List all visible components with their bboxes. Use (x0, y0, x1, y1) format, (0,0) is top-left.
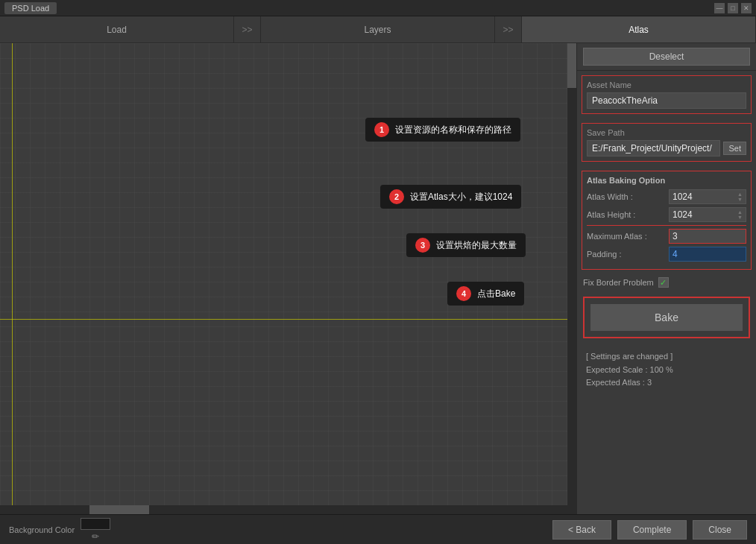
title-bar: PSD Load — □ ✕ (0, 0, 756, 16)
complete-button[interactable]: Complete (617, 520, 687, 540)
tooltip-num-1: 1 (374, 122, 389, 137)
atlas-section-title: Atlas Baking Option (587, 176, 746, 185)
h-guideline (0, 319, 567, 320)
padding-label: Padding : (587, 250, 669, 259)
fix-border-checkbox[interactable]: ✓ (658, 277, 669, 288)
grid-canvas (0, 43, 567, 505)
close-window-button[interactable]: ✕ (741, 3, 752, 13)
tab-load[interactable]: Load (0, 16, 234, 42)
atlas-height-spinner[interactable]: ▲ ▼ (737, 209, 743, 220)
back-button[interactable]: < Back (552, 520, 611, 540)
color-swatch[interactable] (81, 518, 110, 530)
eyedropper-icon[interactable]: ✏ (92, 531, 99, 542)
tooltip-text-4: 点击Bake (477, 288, 515, 300)
scrollbar-corner (567, 505, 576, 514)
settings-line-2: Expected Scale : 100 % (586, 364, 747, 377)
asset-name-label: Asset Name (587, 80, 746, 89)
tab-atlas[interactable]: Atlas (522, 16, 756, 42)
set-button[interactable]: Set (723, 142, 746, 155)
atlas-height-row: Atlas Height : 1024 ▲ ▼ (587, 207, 746, 222)
deselect-area: Deselect (577, 43, 756, 71)
settings-info: [ Settings are changed ] Expected Scale … (577, 344, 756, 396)
maximize-button[interactable]: □ (728, 3, 738, 13)
tooltip-text-1: 设置资源的名称和保存的路径 (395, 124, 511, 136)
asset-name-input[interactable] (587, 92, 746, 109)
max-atlas-input[interactable]: 3 (669, 229, 746, 244)
atlas-width-input[interactable]: 1024 ▲ ▼ (669, 189, 746, 204)
atlas-width-row: Atlas Width : 1024 ▲ ▼ (587, 189, 746, 204)
scrollbar-vertical[interactable] (567, 43, 576, 505)
tooltip-num-2: 2 (389, 189, 404, 204)
max-atlas-label: Maximum Atlas : (587, 232, 669, 241)
tooltip-num-4: 4 (456, 286, 471, 301)
tooltip-1: 1 设置资源的名称和保存的路径 (365, 118, 520, 142)
atlas-width-spinner[interactable]: ▲ ▼ (737, 192, 743, 202)
tab-layers[interactable]: Layers (261, 16, 495, 42)
atlas-width-label: Atlas Width : (587, 192, 669, 201)
fix-border-row: Fix Border Problem ✓ (577, 274, 756, 291)
fix-border-label: Fix Border Problem (583, 278, 654, 287)
minimize-button[interactable]: — (714, 3, 725, 13)
scrollbar-h-thumb[interactable] (89, 505, 149, 514)
canvas-area: 1 设置资源的名称和保存的路径 2 设置Atlas大小，建议1024 3 设置烘… (0, 43, 577, 514)
deselect-button[interactable]: Deselect (583, 48, 750, 66)
atlas-baking-section: Atlas Baking Option Atlas Width : 1024 ▲… (582, 171, 752, 270)
tooltip-4: 4 点击Bake (447, 282, 524, 306)
bg-color-label: Background Color (9, 525, 75, 534)
bottom-buttons: < Back Complete Close (552, 520, 747, 540)
atlas-height-label: Atlas Height : (587, 210, 669, 219)
close-button[interactable]: Close (693, 520, 747, 540)
save-path-label: Save Path (587, 128, 746, 137)
tooltip-text-2: 设置Atlas大小，建议1024 (410, 191, 512, 203)
app-title: PSD Load (4, 2, 57, 14)
bg-color-section: Background Color ✏ (9, 518, 110, 542)
save-path-input[interactable] (587, 140, 720, 156)
arrow-2: >> (495, 16, 522, 42)
right-panel: Deselect Asset Name Save Path Set Atlas … (577, 43, 756, 514)
max-atlas-row: Maximum Atlas : 3 (587, 225, 746, 244)
save-path-section: Save Path Set (582, 123, 752, 162)
settings-line-1: [ Settings are changed ] (586, 350, 747, 364)
arrow-1: >> (234, 16, 261, 42)
asset-name-section: Asset Name (582, 75, 752, 114)
v-guideline (12, 43, 13, 505)
padding-input[interactable]: 4 (669, 247, 746, 262)
tooltip-num-3: 3 (415, 238, 430, 253)
tooltip-text-3: 设置烘焙的最大数量 (436, 239, 517, 252)
bottom-bar: Background Color ✏ < Back Complete Close (0, 514, 756, 544)
bake-button-wrap: Bake (583, 297, 750, 338)
tooltip-3: 3 设置烘焙的最大数量 (406, 233, 526, 257)
scrollbar-horizontal[interactable] (0, 505, 567, 514)
nav-bar: Load >> Layers >> Atlas (0, 16, 756, 43)
bake-button[interactable]: Bake (590, 304, 743, 331)
main-area: 1 设置资源的名称和保存的路径 2 设置Atlas大小，建议1024 3 设置烘… (0, 43, 756, 514)
settings-line-3: Expected Atlas : 3 (586, 376, 747, 390)
scrollbar-v-thumb[interactable] (567, 43, 576, 88)
atlas-height-input[interactable]: 1024 ▲ ▼ (669, 207, 746, 222)
tooltip-2: 2 设置Atlas大小，建议1024 (380, 185, 521, 209)
padding-row: Padding : 4 (587, 247, 746, 262)
